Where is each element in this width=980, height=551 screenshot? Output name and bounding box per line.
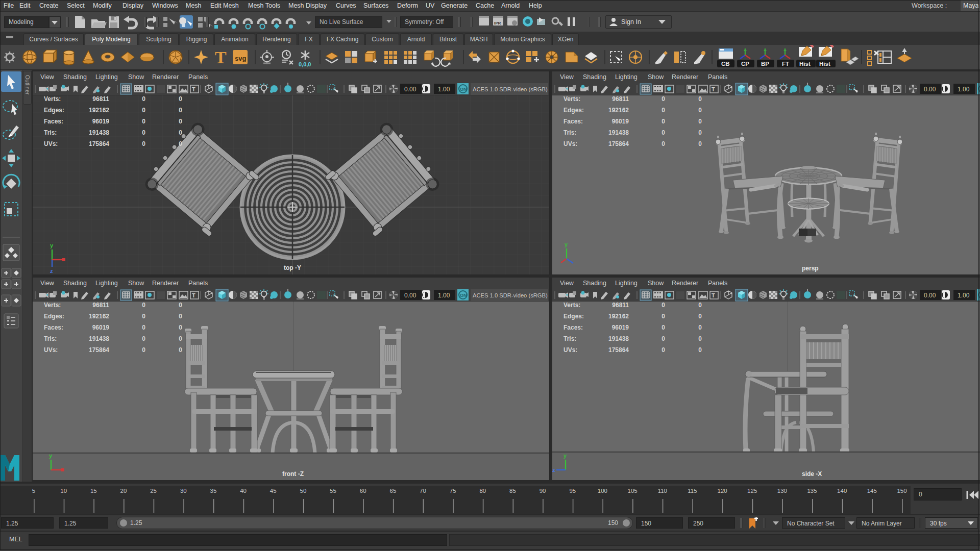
- svg-text:140: 140: [837, 488, 847, 494]
- svg-text:105: 105: [628, 488, 638, 494]
- svg-text:100: 100: [598, 488, 607, 494]
- svg-text:Hist: Hist: [799, 61, 811, 67]
- svg-text:BP: BP: [761, 61, 769, 67]
- svg-text:75: 75: [450, 488, 456, 494]
- svg-text:T: T: [215, 48, 227, 67]
- svg-text:130: 130: [777, 488, 787, 494]
- svg-text:CP: CP: [741, 61, 749, 67]
- svg-text:10: 10: [60, 488, 67, 494]
- svg-text:125: 125: [747, 488, 757, 494]
- svg-text:25: 25: [150, 488, 157, 494]
- svg-text:15: 15: [90, 488, 97, 494]
- svg-text:CB: CB: [721, 61, 730, 67]
- svg-text:svg: svg: [235, 55, 246, 62]
- svg-text:60: 60: [360, 488, 366, 494]
- svg-text:50: 50: [300, 488, 307, 494]
- svg-text:40: 40: [240, 488, 247, 494]
- svg-text:top -Y: top -Y: [284, 264, 301, 271]
- svg-text:120: 120: [718, 488, 727, 494]
- svg-text:0,0,0: 0,0,0: [299, 61, 311, 67]
- svg-text:5: 5: [32, 488, 35, 494]
- svg-text:y: y: [565, 241, 568, 247]
- svg-text:FT: FT: [782, 61, 789, 67]
- svg-text:y: y: [50, 242, 54, 248]
- svg-text:90: 90: [540, 488, 546, 494]
- svg-text:20: 20: [120, 488, 127, 494]
- svg-text:45: 45: [270, 488, 277, 494]
- svg-text:85: 85: [509, 488, 516, 494]
- svg-text:150: 150: [897, 488, 906, 494]
- svg-text:35: 35: [210, 488, 217, 494]
- svg-text:95: 95: [569, 488, 576, 494]
- svg-text:side -X: side -X: [802, 470, 822, 478]
- svg-text:IPR: IPR: [494, 21, 501, 26]
- svg-text:65: 65: [390, 488, 397, 494]
- svg-text:115: 115: [688, 488, 697, 494]
- svg-text:80: 80: [479, 488, 486, 494]
- svg-text:70: 70: [420, 488, 426, 494]
- svg-text:z: z: [552, 467, 555, 473]
- svg-text:z: z: [50, 268, 53, 274]
- svg-text:y: y: [564, 453, 567, 459]
- svg-text:55: 55: [330, 488, 336, 494]
- svg-text:145: 145: [867, 488, 877, 494]
- svg-text:135: 135: [807, 488, 817, 494]
- svg-text:30: 30: [180, 488, 187, 494]
- svg-text:persp: persp: [802, 265, 819, 272]
- svg-text:Hist: Hist: [819, 61, 830, 67]
- svg-text:y: y: [49, 453, 53, 459]
- svg-text:front -Z: front -Z: [282, 470, 304, 478]
- svg-text:110: 110: [658, 488, 667, 494]
